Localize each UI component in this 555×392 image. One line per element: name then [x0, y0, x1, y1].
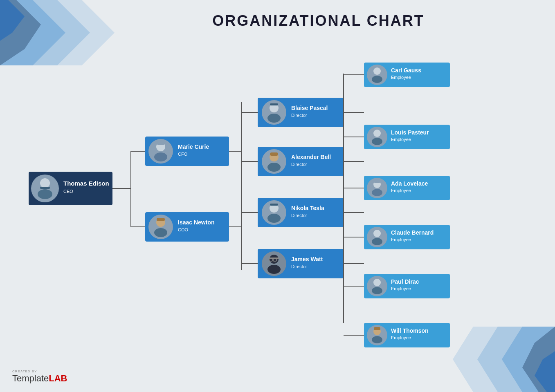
ceo-role: CEO — [63, 189, 73, 194]
gauss-name: Carl Gauss — [391, 67, 421, 74]
svg-rect-40 — [374, 181, 380, 183]
bernard-role: Employee — [391, 237, 411, 242]
watt-role: Director — [291, 264, 307, 269]
svg-point-20 — [267, 114, 281, 123]
svg-rect-47 — [374, 327, 380, 330]
brand-normal: Template — [12, 373, 49, 383]
svg-point-29 — [267, 265, 281, 274]
thomson-name: Will Thomson — [391, 327, 429, 334]
svg-point-28 — [270, 255, 279, 264]
watt-name: James Watt — [291, 256, 323, 262]
svg-point-46 — [372, 336, 382, 343]
svg-point-34 — [373, 67, 381, 75]
svg-point-11 — [38, 189, 52, 199]
cfo-role: CFO — [178, 152, 188, 157]
lovelace-name: Ada Lovelace — [391, 180, 428, 187]
svg-point-35 — [372, 76, 382, 83]
svg-point-17 — [154, 228, 167, 237]
pasteur-role: Employee — [391, 137, 411, 142]
bell-name: Alexander Bell — [291, 154, 331, 160]
svg-point-42 — [372, 238, 382, 245]
svg-rect-12 — [40, 187, 50, 189]
dirac-role: Employee — [391, 286, 411, 291]
tesla-role: Director — [291, 213, 307, 218]
svg-point-39 — [372, 189, 382, 196]
svg-point-23 — [267, 163, 281, 172]
pascal-role: Director — [291, 113, 307, 118]
svg-rect-21 — [270, 103, 278, 105]
svg-point-26 — [267, 214, 281, 223]
tesla-name: Nikola Tesla — [291, 205, 324, 211]
svg-rect-27 — [270, 204, 278, 206]
dirac-name: Paul Dirac — [391, 278, 419, 285]
svg-rect-18 — [157, 218, 165, 221]
bernard-name: Claude Bernard — [391, 229, 434, 236]
svg-point-10 — [40, 178, 50, 188]
coo-name: Isaac Newton — [178, 219, 214, 226]
coo-role: COO — [178, 227, 189, 232]
pascal-name: Blaise Pascal — [291, 105, 328, 111]
svg-point-41 — [373, 230, 381, 237]
svg-point-44 — [372, 287, 382, 294]
brand-bold: LAB — [49, 373, 67, 383]
lovelace-role: Employee — [391, 188, 411, 193]
thomson-role: Employee — [391, 335, 411, 340]
watermark: CREATED BY TemplateLAB — [12, 370, 67, 384]
svg-point-14 — [154, 152, 167, 161]
svg-rect-15 — [157, 142, 165, 145]
cfo-name: Marie Curie — [178, 143, 209, 150]
svg-point-37 — [372, 138, 382, 145]
svg-rect-24 — [270, 152, 278, 156]
bell-role: Director — [291, 162, 307, 167]
pasteur-name: Louis Pasteur — [391, 129, 429, 136]
svg-point-43 — [373, 279, 381, 286]
ceo-name: Thomas Edison — [63, 180, 109, 187]
gauss-role: Employee — [391, 75, 411, 80]
page-title: ORGANIZATIONAL CHART — [82, 0, 555, 29]
svg-point-36 — [373, 130, 381, 137]
org-chart-svg: Thomas Edison CEO Marie Curie CFO — [12, 37, 543, 359]
